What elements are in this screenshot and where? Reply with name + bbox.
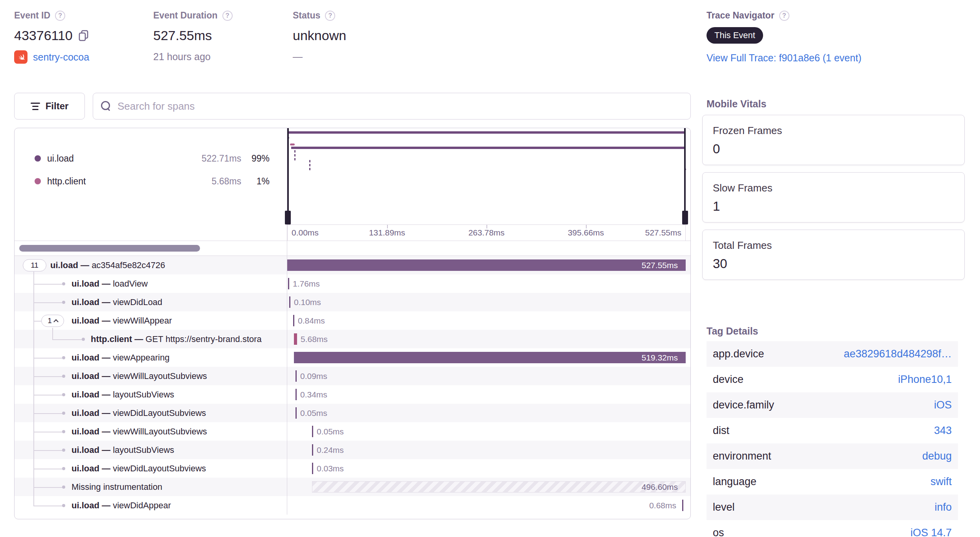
span-tree-cell[interactable]: ui.load — viewAppearing: [15, 348, 287, 367]
span-row[interactable]: ui.load — viewDidLayoutSubviews0.03ms: [15, 459, 690, 478]
span-tree-cell[interactable]: http.client — GET https://sentry-brand.s…: [15, 330, 287, 348]
tag-value-link[interactable]: iPhone10,1: [898, 373, 952, 386]
legend-item: http.client5.68ms1%: [35, 170, 270, 193]
span-waterfall-cell[interactable]: 5.68ms: [287, 330, 686, 348]
span-tree-cell[interactable]: 1ui.load — viewWillAppear: [15, 311, 287, 330]
minimap-left-grip[interactable]: [285, 211, 291, 224]
span-duration: 0.09ms: [300, 371, 327, 381]
span-tree-cell[interactable]: ui.load — viewDidLoad: [15, 293, 287, 311]
span-tick[interactable]: [293, 315, 294, 326]
span-label: ui.load — viewWillAppear: [72, 316, 172, 326]
tag-value-link[interactable]: debug: [922, 450, 952, 462]
span-tick[interactable]: [295, 407, 297, 419]
span-row[interactable]: ui.load — viewWillLayoutSubviews0.09ms: [15, 367, 690, 385]
span-waterfall-cell[interactable]: 0.24ms: [287, 441, 686, 459]
span-tree-cell[interactable]: ui.load — viewWillLayoutSubviews: [15, 367, 287, 385]
horizontal-scrollbar-thumb[interactable]: [19, 245, 200, 252]
help-icon[interactable]: ?: [222, 11, 233, 21]
span-waterfall-cell[interactable]: 0.05ms: [287, 422, 686, 441]
span-row[interactable]: Missing instrumentation496.60ms: [15, 478, 690, 496]
span-tick[interactable]: [312, 463, 313, 474]
span-tick[interactable]: [312, 444, 313, 456]
span-tick[interactable]: [289, 296, 290, 308]
tag-value-link[interactable]: iOS 14.7: [910, 527, 952, 537]
span-bar[interactable]: [287, 259, 686, 271]
trace-minimap[interactable]: [287, 128, 686, 224]
span-row[interactable]: 1ui.load — viewWillAppear0.84ms: [15, 311, 690, 330]
span-tree-cell[interactable]: ui.load — viewDidLayoutSubviews: [15, 459, 287, 478]
tag-key: dist: [713, 425, 934, 437]
span-waterfall-cell[interactable]: 0.03ms: [287, 459, 686, 478]
tag-value-link[interactable]: iOS: [934, 399, 952, 411]
span-waterfall-cell[interactable]: 519.32ms: [287, 348, 686, 367]
tree-connector: [33, 321, 41, 322]
span-row[interactable]: 11ui.load — ac354af5e82c4726527.55ms: [15, 256, 690, 274]
span-waterfall-cell[interactable]: 496.60ms: [287, 478, 686, 496]
span-tick[interactable]: [294, 333, 297, 345]
ruler-label: 527.55ms: [645, 228, 681, 237]
span-tree-cell[interactable]: ui.load — loadView: [15, 274, 287, 293]
span-row[interactable]: ui.load — viewDidLayoutSubviews0.05ms: [15, 404, 690, 422]
span-search[interactable]: [93, 93, 691, 120]
span-tick[interactable]: [295, 370, 297, 382]
span-row[interactable]: http.client — GET https://sentry-brand.s…: [15, 330, 690, 348]
project-link[interactable]: sentry-cocoa: [33, 51, 89, 63]
span-waterfall-cell[interactable]: 0.05ms: [287, 404, 686, 422]
filter-button-label: Filter: [46, 101, 69, 112]
tag-value-link[interactable]: info: [934, 501, 952, 513]
span-waterfall-cell[interactable]: 0.09ms: [287, 367, 686, 385]
span-row[interactable]: ui.load — viewWillLayoutSubviews0.05ms: [15, 422, 690, 441]
event-id-block: Event ID ? 43376110 sentry-cocoa: [14, 10, 89, 64]
span-tree-cell[interactable]: ui.load — layoutSubViews: [15, 441, 287, 459]
tag-value-link[interactable]: swift: [930, 476, 952, 488]
span-row[interactable]: ui.load — loadView1.76ms: [15, 274, 690, 293]
help-icon[interactable]: ?: [55, 11, 65, 21]
tree-connector: [33, 450, 62, 451]
filter-button[interactable]: Filter: [14, 93, 85, 120]
span-tick[interactable]: [295, 389, 297, 400]
help-icon[interactable]: ?: [325, 11, 335, 21]
span-children-toggle[interactable]: 11: [23, 259, 46, 271]
span-children-toggle[interactable]: 1: [41, 314, 64, 327]
span-row[interactable]: ui.load — layoutSubViews0.24ms: [15, 441, 690, 459]
span-tree-cell[interactable]: ui.load — viewDidAppear: [15, 496, 287, 515]
missing-instrumentation-bar[interactable]: [312, 481, 686, 493]
event-id-value: 43376110: [14, 28, 73, 43]
tree-node-dot: [62, 430, 65, 433]
span-tick[interactable]: [288, 278, 289, 289]
span-tree-cell[interactable]: 11ui.load — ac354af5e82c4726: [15, 256, 287, 274]
span-row[interactable]: ui.load — viewDidLoad0.10ms: [15, 293, 690, 311]
tree-node-dot: [62, 356, 65, 359]
copy-icon[interactable]: [78, 30, 89, 42]
tag-value-link[interactable]: ae3829618d484298f…: [844, 348, 952, 360]
minimap-right-grip[interactable]: [682, 211, 688, 224]
span-bar[interactable]: [294, 352, 686, 363]
span-waterfall-cell[interactable]: 0.10ms: [287, 293, 686, 311]
help-icon[interactable]: ?: [779, 11, 789, 21]
span-row[interactable]: ui.load — layoutSubViews0.34ms: [15, 385, 690, 404]
span-waterfall-cell[interactable]: 0.84ms: [287, 311, 686, 330]
span-waterfall-cell[interactable]: 527.55ms: [287, 256, 686, 274]
span-waterfall-cell[interactable]: 1.76ms: [287, 274, 686, 293]
span-tick[interactable]: [312, 426, 313, 437]
tag-value-link[interactable]: 343: [934, 425, 952, 437]
span-tick[interactable]: [682, 500, 683, 511]
span-tree-cell[interactable]: ui.load — viewWillLayoutSubviews: [15, 422, 287, 441]
span-tree-cell[interactable]: ui.load — viewDidLayoutSubviews: [15, 404, 287, 422]
tag-key: app.device: [713, 348, 844, 360]
minimap-left-handle[interactable]: [287, 128, 289, 224]
span-row[interactable]: ui.load — viewAppearing519.32ms: [15, 348, 690, 367]
span-waterfall-cell[interactable]: 0.68ms: [287, 496, 686, 515]
span-tree-cell[interactable]: ui.load — layoutSubViews: [15, 385, 287, 404]
span-row[interactable]: ui.load — viewDidAppear0.68ms: [15, 496, 690, 515]
legend-op-label: ui.load: [47, 153, 190, 164]
span-label: ui.load — layoutSubViews: [72, 390, 174, 400]
span-tree-cell[interactable]: Missing instrumentation: [15, 478, 287, 496]
view-full-trace-link[interactable]: View Full Trace: f901a8e6 (1 event): [707, 52, 966, 64]
tag-row: device.familyiOS: [707, 392, 958, 418]
span-duration: 0.84ms: [298, 316, 325, 326]
span-duration: 0.05ms: [317, 427, 344, 436]
span-waterfall-cell[interactable]: 0.34ms: [287, 385, 686, 404]
minimap-right-handle[interactable]: [684, 128, 686, 224]
search-input[interactable]: [117, 100, 683, 112]
